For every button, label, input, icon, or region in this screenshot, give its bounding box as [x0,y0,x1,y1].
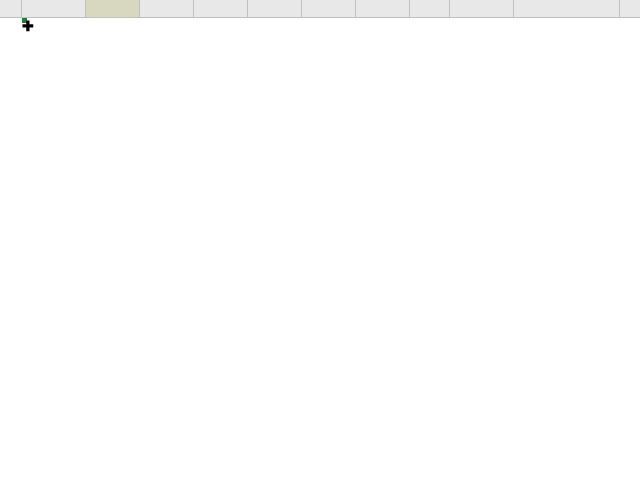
col-header-J[interactable] [514,0,620,17]
col-header-G[interactable] [356,0,410,17]
column-header-row [0,0,640,18]
col-header-H[interactable] [410,0,450,17]
select-all-corner[interactable] [0,0,22,17]
col-header-E[interactable] [248,0,302,17]
col-header-B[interactable] [86,0,140,17]
col-header-D[interactable] [194,0,248,17]
col-header-A[interactable] [22,0,86,17]
mouse-cursor-icon: ✚ [22,18,34,34]
selection-cursor [22,18,26,22]
col-header-I[interactable] [450,0,514,17]
col-header-F[interactable] [302,0,356,17]
col-header-C[interactable] [140,0,194,17]
